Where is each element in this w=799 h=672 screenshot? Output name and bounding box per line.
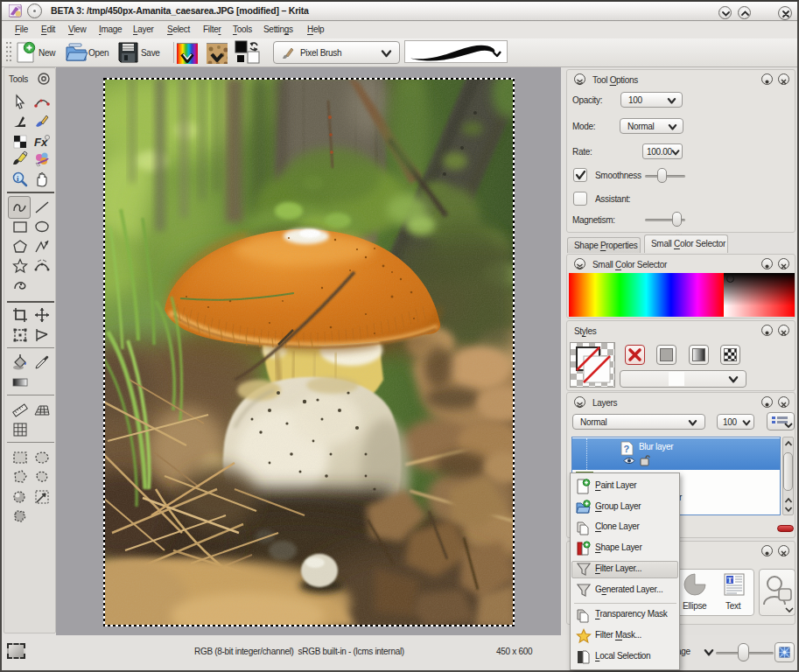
- svg-text:Fx: Fx: [34, 136, 48, 149]
- svg-text:T: T: [727, 576, 732, 584]
- svg-text:?: ?: [624, 444, 630, 454]
